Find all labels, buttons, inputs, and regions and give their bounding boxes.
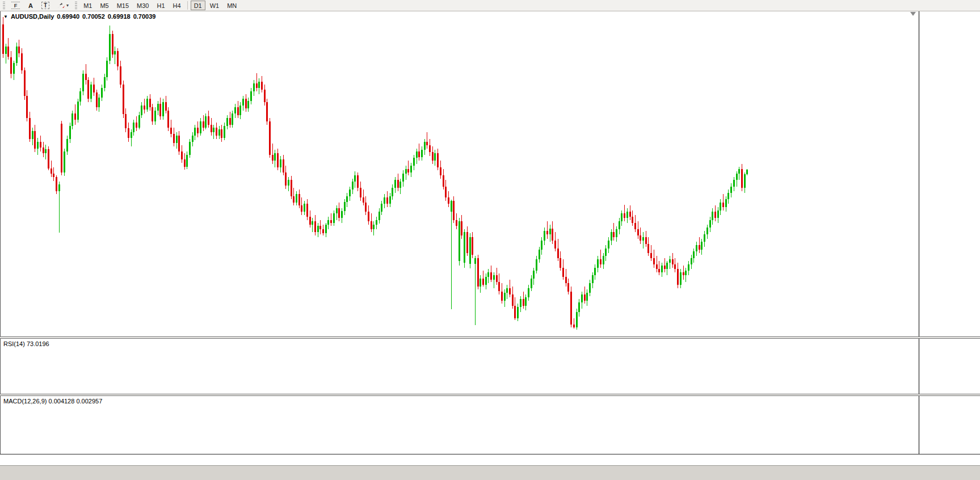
text-tool-icon[interactable]: A [24, 1, 37, 10]
panel-separator[interactable] [0, 336, 980, 339]
chart-close: 0.70039 [133, 13, 156, 20]
timeframe-button-m30[interactable]: M30 [133, 1, 152, 10]
chart-low: 0.69918 [108, 13, 131, 20]
moving-averages-layer [1, 11, 919, 336]
timeframe-button-mn[interactable]: MN [224, 1, 240, 10]
chart-title: ▼ AUDUSD,Daily 0.69940 0.70052 0.69918 0… [3, 13, 155, 20]
timeframe-button-w1[interactable]: W1 [207, 1, 223, 10]
timeframe-button-d1[interactable]: D1 [191, 1, 205, 10]
chart-high: 0.70052 [82, 13, 105, 20]
toolbar: F A T ▾ M1M5M15M30H1H4D1W1MN [0, 0, 980, 11]
chart-symbol: AUDUSD,Daily [11, 13, 54, 20]
arrows-icon[interactable]: ▾ [54, 1, 72, 10]
chevron-down-icon: ▾ [66, 3, 69, 8]
macd-panel[interactable]: MACD(12,26,9) 0.004128 0.002957 [0, 396, 919, 454]
main-chart-panel[interactable]: ▼ AUDUSD,Daily 0.69940 0.70052 0.69918 0… [0, 11, 919, 336]
toolbar-grip[interactable] [75, 2, 77, 9]
chart-open: 0.69940 [57, 13, 79, 20]
toolbar-grip[interactable] [3, 2, 5, 9]
timeframe-button-m1[interactable]: M1 [80, 1, 95, 10]
collapse-icon[interactable]: ▼ [3, 14, 8, 19]
timeframe-divider [187, 1, 188, 10]
fibonacci-icon[interactable]: F [8, 1, 23, 10]
rsi-panel[interactable]: RSI(14) 73.0196 [0, 339, 919, 394]
label-tool-glyph: T [41, 2, 49, 9]
timeframe-button-h4[interactable]: H4 [170, 1, 184, 10]
chart-tab-bar [0, 465, 980, 480]
macd-header: MACD(12,26,9) 0.004128 0.002957 [3, 398, 102, 405]
fibonacci-glyph: F [11, 2, 20, 9]
timeframe-group: M1M5M15M30H1H4D1W1MN [80, 1, 240, 10]
arrows-glyph [57, 2, 65, 9]
price-axis[interactable] [919, 11, 980, 454]
chart-shift-icon[interactable] [910, 12, 916, 16]
rsi-header: RSI(14) 73.0196 [3, 340, 49, 347]
mt4-window: F A T ▾ M1M5M15M30H1H4D1W1MN ▼ AUDUSD,Da… [0, 0, 980, 480]
label-tool-icon[interactable]: T [38, 1, 53, 10]
timeframe-button-h1[interactable]: H1 [154, 1, 169, 10]
date-axis[interactable] [0, 454, 980, 465]
panel-separator[interactable] [0, 394, 980, 396]
timeframe-button-m5[interactable]: M5 [96, 1, 112, 10]
text-tool-glyph: A [28, 2, 33, 9]
timeframe-button-m15[interactable]: M15 [113, 1, 132, 10]
